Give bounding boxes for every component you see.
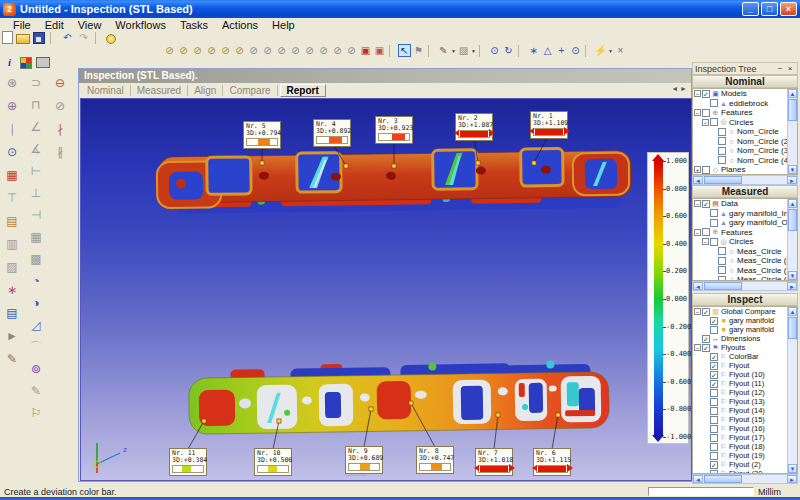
checkbox[interactable]	[702, 166, 710, 174]
checkbox[interactable]: ✓	[710, 380, 718, 388]
zoom-lens-icon[interactable]: ⊙	[2, 143, 22, 161]
triangle-ruler-icon[interactable]: ◿	[26, 316, 46, 334]
close-button[interactable]: ×	[780, 2, 797, 16]
tree-row[interactable]: ○Meas_Circle (2	[693, 256, 797, 266]
tree-row[interactable]: −✓▤Data	[693, 199, 797, 209]
menu-item-actions[interactable]: Actions	[215, 19, 265, 31]
checkbox[interactable]	[702, 228, 710, 236]
tree-row[interactable]: ✓⚐Flyout	[693, 361, 797, 370]
tree-label[interactable]: Flyout (13)	[729, 397, 765, 406]
tree-row[interactable]: ✓⚐Flyout (2)	[693, 460, 797, 469]
tree-row[interactable]: −◎Circles	[693, 118, 797, 128]
expand-view-icon[interactable]: ▣	[359, 44, 372, 57]
feature-gray-8-icon[interactable]: ⊘	[345, 44, 358, 57]
tree-row[interactable]: ⚐Flyout (15)	[693, 415, 797, 424]
flyout-label[interactable]: Nr. 33D:+0.923	[375, 116, 413, 144]
tree-row[interactable]: ▲gary manifold_In	[693, 209, 797, 219]
scroll-up-icon[interactable]: ▲	[788, 307, 797, 316]
label-box-abcd-icon[interactable]: ✎	[26, 382, 46, 400]
tree-row[interactable]: ○Nom_Circle	[693, 127, 797, 137]
checkbox[interactable]: ✓	[710, 317, 718, 325]
expander-icon[interactable]: −	[702, 238, 709, 245]
tree-label[interactable]: ColorBar	[729, 352, 759, 361]
tree-row[interactable]: ✓⚐Flyout (10)	[693, 370, 797, 379]
scroll-down-icon[interactable]: ▼	[788, 165, 797, 174]
flyout-label[interactable]: Nr. 53D:+0.794	[243, 121, 281, 149]
scroll-track[interactable]	[743, 282, 787, 290]
grid-b-icon[interactable]: ▩	[26, 250, 46, 268]
erase-tool-dropdown-icon[interactable]: ▼	[471, 48, 476, 54]
open-file-icon[interactable]	[16, 34, 30, 44]
tab-compare[interactable]: Compare	[223, 85, 277, 96]
tree-row[interactable]: ○Nom_Circle (3	[693, 146, 797, 156]
tree-row[interactable]: ⚐Flyout (19)	[693, 451, 797, 460]
checkbox[interactable]: ✓	[710, 461, 718, 469]
checkbox[interactable]: ✓	[702, 344, 710, 352]
flag-tool-icon[interactable]: ⚑	[412, 44, 425, 57]
checkbox[interactable]	[718, 147, 726, 155]
tree-label[interactable]: Flyout (16)	[729, 424, 765, 433]
expander-icon[interactable]: −	[694, 229, 701, 236]
tree-label[interactable]: Circles	[729, 118, 753, 127]
tree-row[interactable]: ✓■gary manifold	[693, 316, 797, 325]
display-colors-icon[interactable]	[20, 57, 32, 69]
tree-label[interactable]: Global Compare	[721, 307, 776, 316]
flyout-label[interactable]: Nr. 73D:+1.018	[475, 448, 513, 476]
tree-row[interactable]: ⚐Flyout (14)	[693, 406, 797, 415]
new-document-icon[interactable]	[2, 31, 13, 44]
horizontal-scrollbar[interactable]: ◄►	[692, 474, 798, 484]
tree-label[interactable]: eddlebrock	[729, 99, 768, 108]
checkbox[interactable]	[718, 266, 726, 274]
tree-label[interactable]: Flyout (2)	[729, 460, 761, 469]
feature-cylinder-3-icon[interactable]: ⊘	[191, 44, 204, 57]
tree-row[interactable]: −✓⚑Flyouts	[693, 343, 797, 352]
checkbox[interactable]: ✓	[710, 371, 718, 379]
snapshot-monitor-icon[interactable]	[36, 57, 50, 68]
menu-item-file[interactable]: File	[6, 19, 38, 31]
flyout-label[interactable]: Nr. 93D:+0.689	[345, 446, 383, 474]
checkbox[interactable]	[710, 398, 718, 406]
menu-item-edit[interactable]: Edit	[38, 19, 71, 31]
scroll-track[interactable]	[743, 475, 787, 483]
feature-gray-2-icon[interactable]: ⊘	[261, 44, 274, 57]
xyz-fork-icon[interactable]: ∤	[50, 120, 70, 138]
tree-label[interactable]: Flyout (18)	[729, 442, 765, 451]
checkbox[interactable]: ✓	[702, 308, 710, 316]
flyout-label[interactable]: Nr. 113D:+0.384	[169, 448, 207, 476]
magnify-edit-icon[interactable]: ⊕	[2, 97, 22, 115]
tree-label[interactable]: Meas_Circle	[737, 247, 781, 256]
restore-button[interactable]: □	[761, 2, 778, 16]
vertical-scrollbar[interactable]: ▲▼	[787, 89, 797, 174]
expander-icon[interactable]: −	[694, 109, 701, 116]
tab-measured[interactable]: Measured	[131, 85, 188, 96]
scroll-down-icon[interactable]: ▼	[788, 271, 797, 280]
feature-gray-6-icon[interactable]: ⊘	[317, 44, 330, 57]
select-cursor-icon[interactable]: ↖	[398, 44, 411, 57]
checkbox[interactable]: ✓	[702, 335, 710, 343]
edit-tool-dropdown-icon[interactable]: ▼	[451, 48, 456, 54]
feature-gray-7-icon[interactable]: ⊘	[331, 44, 344, 57]
feature-gray-4-icon[interactable]: ⊘	[289, 44, 302, 57]
expander-icon[interactable]: −	[694, 200, 701, 207]
tab-scroll-left-icon[interactable]: ◄	[671, 85, 678, 92]
tab-align[interactable]: Align	[188, 85, 223, 96]
scroll-left-icon[interactable]: ◄	[693, 282, 703, 290]
minimize-button[interactable]: _	[742, 2, 759, 16]
expander-icon[interactable]: −	[694, 308, 701, 315]
menu-item-help[interactable]: Help	[265, 19, 302, 31]
scroll-up-icon[interactable]: ▲	[788, 199, 797, 208]
viewport-3d[interactable]: Nr. 53D:+0.794Nr. 43D:+0.892Nr. 33D:+0.9…	[80, 98, 692, 481]
horizontal-scrollbar[interactable]: ◄►	[692, 281, 798, 291]
scroll-thumb[interactable]	[704, 282, 742, 290]
checkbox[interactable]	[710, 452, 718, 460]
red-grid-icon[interactable]: ▦	[2, 166, 22, 184]
menu-item-tasks[interactable]: Tasks	[173, 19, 215, 31]
flyout-label[interactable]: Nr. 13D:+1.109	[530, 111, 568, 139]
tree-label[interactable]: Features	[721, 108, 753, 117]
tree-label[interactable]: Meas_Circle (2	[737, 256, 791, 265]
tree-label[interactable]: Flyout (12)	[729, 388, 765, 397]
tree-label[interactable]: Models	[721, 89, 747, 98]
tree-label[interactable]: gary manifold	[729, 325, 774, 334]
expander-icon[interactable]: +	[694, 166, 701, 173]
checkbox[interactable]	[702, 109, 710, 117]
